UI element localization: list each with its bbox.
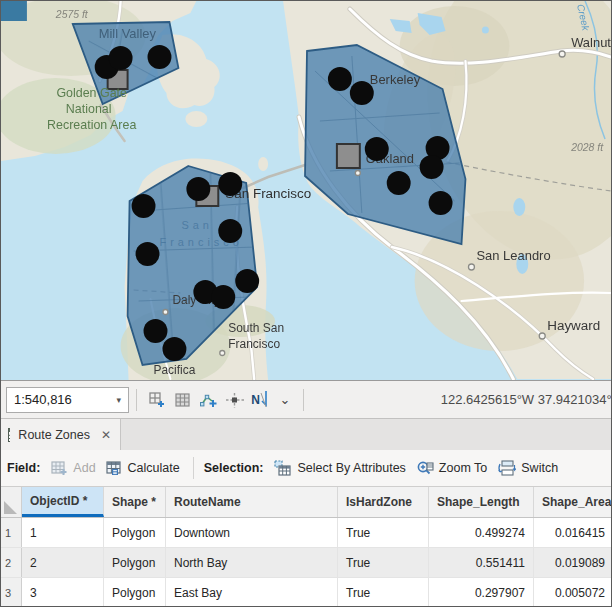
calculate-icon: [106, 460, 123, 476]
map-label-san-leandro: San Leandro: [476, 248, 550, 263]
grid-button[interactable]: [171, 388, 195, 412]
facility-marker-east-bay[interactable]: [337, 144, 360, 168]
switch-selection-icon: [497, 460, 516, 477]
cell-objectid[interactable]: 2: [22, 548, 104, 577]
select-by-attributes-icon: [274, 460, 292, 477]
stop-marker[interactable]: [148, 45, 172, 69]
switch-selection-button[interactable]: Switch: [497, 460, 558, 477]
row-selector[interactable]: 2: [1, 548, 22, 577]
map-label-walnut-creek: Walnut Creek: [571, 35, 611, 50]
land-treasure-island: [258, 157, 268, 171]
map-view[interactable]: San Francisco: [1, 1, 611, 380]
svg-text:National: National: [66, 102, 112, 116]
column-header-shape[interactable]: Shape *: [104, 487, 166, 517]
tab-close-icon[interactable]: ✕: [98, 427, 114, 443]
select-all-corner[interactable]: [1, 487, 22, 517]
cell-shape-length[interactable]: 0.551411: [429, 548, 534, 577]
cell-routename[interactable]: Downtown: [166, 518, 338, 547]
stop-marker[interactable]: [387, 171, 411, 195]
cell-objectid[interactable]: 1: [22, 518, 104, 547]
stop-marker[interactable]: [420, 155, 444, 179]
stop-marker[interactable]: [365, 137, 389, 161]
stop-marker[interactable]: [235, 269, 259, 293]
field-group-label: Field:: [7, 461, 40, 475]
column-header-shape-area[interactable]: Shape_Area: [534, 487, 612, 517]
scale-dropdown-arrow-icon[interactable]: ▾: [109, 395, 128, 405]
stop-marker[interactable]: [109, 46, 133, 70]
cell-shape-length[interactable]: 0.297907: [429, 578, 534, 607]
column-header-objectid[interactable]: ObjectID *: [22, 487, 104, 517]
add-field-button[interactable]: Add: [51, 460, 95, 476]
tab-title: Route Zones: [18, 428, 90, 442]
tab-route-zones[interactable]: Route Zones ✕: [1, 419, 121, 450]
cell-shape[interactable]: Polygon: [104, 548, 166, 577]
zoom-to-label: Zoom To: [439, 461, 487, 475]
map-label-mill-valley: Mill Valley: [99, 26, 157, 41]
cell-shape-area[interactable]: 0.016415: [534, 518, 612, 547]
stop-marker[interactable]: [211, 285, 235, 309]
cell-shape[interactable]: Polygon: [104, 518, 166, 547]
cell-routename[interactable]: North Bay: [166, 548, 338, 577]
map-label-elev-2028: 2028 ft: [570, 142, 604, 153]
stop-marker[interactable]: [350, 81, 374, 105]
cell-ishardzone[interactable]: True: [338, 518, 429, 547]
stop-marker[interactable]: [218, 172, 242, 196]
cell-ishardzone[interactable]: True: [338, 578, 429, 607]
edit-sketch-icon: [199, 391, 219, 409]
svg-text:Golden Gate: Golden Gate: [56, 86, 127, 100]
column-header-shape-length[interactable]: Shape_Length: [429, 487, 534, 517]
cell-objectid[interactable]: 3: [22, 578, 104, 607]
row-selector[interactable]: 3: [1, 578, 22, 607]
toolbar-separator: [193, 457, 194, 479]
cell-shape[interactable]: Polygon: [104, 578, 166, 607]
add-field-icon: [51, 460, 68, 476]
table-row: 1 1 Polygon Downtown True 0.499274 0.016…: [1, 518, 611, 548]
calculate-label: Calculate: [128, 461, 180, 475]
stop-marker[interactable]: [328, 67, 352, 91]
edit-sketch-button[interactable]: [197, 388, 221, 412]
snapping-button[interactable]: [223, 388, 247, 412]
stop-marker[interactable]: [162, 337, 186, 361]
map-label-elev-2575: 2575 ft: [55, 9, 89, 20]
table-header-row: ObjectID * Shape * RouteName IsHardZone …: [1, 487, 611, 518]
column-header-ishardzone[interactable]: IsHardZone: [338, 487, 429, 517]
table-row: 2 2 Polygon North Bay True 0.551411 0.01…: [1, 548, 611, 578]
map-label-hayward: Hayward: [547, 318, 600, 333]
selection-group-label: Selection:: [204, 461, 264, 475]
map-canvas[interactable]: San Francisco: [1, 1, 611, 380]
zoom-to-button[interactable]: Zoom To: [416, 460, 487, 477]
map-statusbar: 1:540,816 ▾: [1, 380, 611, 418]
calculate-field-button[interactable]: Calculate: [106, 460, 180, 476]
map-label-south-sf-1: South San: [228, 321, 284, 335]
map-scale-combobox[interactable]: 1:540,816 ▾: [6, 387, 129, 413]
select-by-attributes-button[interactable]: Select By Attributes: [274, 460, 405, 477]
table-toolbar: Field: Add Calculate Selection:: [1, 450, 611, 487]
map-label-pacifica: Pacifica: [154, 363, 196, 377]
grid-icon: [174, 391, 192, 409]
stop-marker[interactable]: [186, 177, 210, 201]
snapping-icon: [225, 391, 245, 409]
corner-triangle-icon: [4, 501, 17, 514]
cell-ishardzone[interactable]: True: [338, 548, 429, 577]
table-row: 3 3 Polygon East Bay True 0.297907 0.005…: [1, 578, 611, 607]
north-arrow-button[interactable]: N: [249, 388, 273, 412]
stop-marker[interactable]: [132, 194, 156, 218]
add-field-label: Add: [73, 461, 95, 475]
stop-marker[interactable]: [218, 219, 242, 243]
cell-shape-area[interactable]: 0.005072: [534, 578, 612, 607]
cell-shape-area[interactable]: 0.019089: [534, 548, 612, 577]
stop-marker[interactable]: [429, 191, 453, 215]
switch-selection-label: Switch: [521, 461, 558, 475]
cell-routename[interactable]: East Bay: [166, 578, 338, 607]
grid-add-icon: [148, 391, 166, 409]
row-selector[interactable]: 1: [1, 518, 22, 547]
stop-marker[interactable]: [144, 319, 168, 343]
statusbar-separator-2: [303, 389, 304, 411]
grid-add-button[interactable]: [145, 388, 169, 412]
coordinate-readout: 122.6425615°W 37.9421034°N: [441, 392, 611, 407]
statusbar-expander[interactable]: ⌄: [275, 388, 295, 412]
table-icon: [8, 428, 10, 442]
cell-shape-length[interactable]: 0.499274: [429, 518, 534, 547]
column-header-routename[interactable]: RouteName: [166, 487, 338, 517]
stop-marker[interactable]: [136, 242, 160, 266]
